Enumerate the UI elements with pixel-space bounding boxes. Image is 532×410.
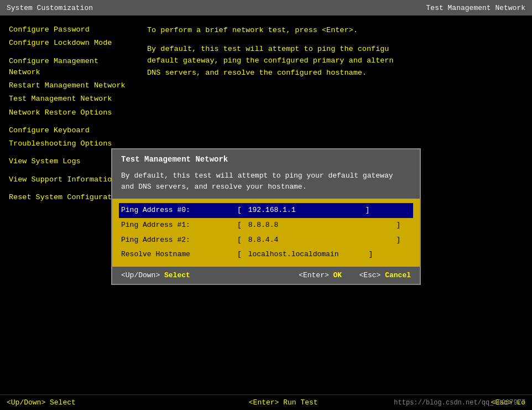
bottom-enter-key: <Enter>: [249, 398, 283, 407]
bracket-open-2: [: [237, 236, 242, 244]
field-input-hostname[interactable]: localhost.localdomain: [248, 249, 359, 261]
field-value-ping0: [ 192.168.1.1 ]: [237, 205, 411, 216]
field-value-ping1: [ 8.8.8.8 ]: [237, 220, 411, 231]
bottom-select-action: Select: [50, 398, 76, 407]
footer-right: <Enter> OK <Esc> Cancel: [299, 271, 411, 279]
field-row-hostname[interactable]: Resolve Hostname [ localhost.localdomain…: [119, 247, 413, 262]
bracket-close-1: ]: [396, 221, 400, 229]
sidebar-group-2: Configure Management Network Restart Man…: [9, 56, 129, 118]
sidebar-item-configure-lockdown[interactable]: Configure Lockdown Mode: [9, 38, 129, 49]
bottom-run-action: Run Test: [283, 398, 317, 407]
bracket-close-0: ]: [365, 206, 369, 214]
field-label-hostname: Resolve Hostname: [121, 249, 237, 261]
bracket-open-3: [: [237, 250, 242, 258]
footer-ok-action[interactable]: OK: [333, 271, 342, 279]
modal-title: Test Management Network: [112, 149, 420, 167]
bracket-close-2: ]: [396, 236, 400, 244]
field-row-ping1[interactable]: Ping Address #1: [ 8.8.8.8 ]: [119, 218, 413, 233]
sidebar-item-configure-management[interactable]: Configure Management Network: [9, 56, 129, 79]
footer-enter-key: <Enter>: [299, 271, 333, 279]
bottom-nav-key: <Up/Down>: [7, 398, 50, 407]
footer-cancel-action[interactable]: Cancel: [385, 271, 411, 279]
header-title-right: Test Management Network: [426, 4, 525, 12]
field-row-ping2[interactable]: Ping Address #2: [ 8.8.4.4 ]: [119, 233, 413, 248]
modal-footer: <Up/Down> Select <Enter> OK <Esc> Cancel: [112, 267, 420, 284]
sidebar-item-network-restore[interactable]: Network Restore Options: [9, 107, 129, 118]
footer-left: <Up/Down> Select: [121, 271, 190, 279]
field-row-ping0[interactable]: Ping Address #0: [ 192.168.1.1 ]: [119, 203, 413, 218]
modal-fields: Ping Address #0: [ 192.168.1.1 ] Ping Ad…: [112, 199, 420, 267]
field-input-ping2[interactable]: 8.8.4.4: [248, 235, 359, 246]
bracket-open-0: [: [237, 206, 242, 214]
footer-select-action: Select: [164, 271, 190, 279]
watermark: https://blog.csdn.net/qq_40907977: [394, 399, 525, 407]
sidebar-group-3: Configure Keyboard Troubleshooting Optio…: [9, 125, 129, 150]
field-label-ping0: Ping Address #0:: [121, 205, 237, 216]
bottom-left: <Up/Down> Select: [7, 398, 76, 407]
bottom-center: <Enter> Run Test: [249, 398, 318, 407]
modal-description: By default, this test will attempt to pi…: [112, 167, 420, 199]
modal-desc-line1: By default, this test will attempt to pi…: [121, 172, 393, 180]
field-input-ping0[interactable]: 192.168.1.1: [248, 205, 359, 216]
field-label-ping1: Ping Address #1:: [121, 220, 237, 231]
sidebar-item-test-management[interactable]: Test Management Network: [9, 94, 129, 105]
bracket-close-3: ]: [368, 250, 373, 258]
sidebar-item-restart-management[interactable]: Restart Management Network: [9, 80, 129, 91]
sidebar-item-configure-password[interactable]: Configure Password: [9, 24, 129, 35]
modal-desc-line2: and DNS servers, and resolve your hostna…: [121, 183, 306, 191]
field-input-ping1[interactable]: 8.8.8.8: [248, 220, 359, 231]
bracket-open-1: [: [237, 221, 242, 229]
header-bar: System Customization Test Management Net…: [0, 0, 532, 15]
right-panel-line2: By default, this test will attempt to pi…: [147, 43, 523, 79]
field-label-ping2: Ping Address #2:: [121, 235, 237, 246]
field-value-ping2: [ 8.8.4.4 ]: [237, 235, 411, 246]
footer-esc-key: <Esc>: [359, 271, 385, 279]
header-title-left: System Customization: [7, 4, 93, 12]
footer-nav-key: <Up/Down>: [121, 271, 164, 279]
right-panel-line1: To perform a brief network test, press <…: [147, 24, 523, 37]
sidebar-group-1: Configure Password Configure Lockdown Mo…: [9, 24, 129, 49]
modal-dialog: Test Management Network By default, this…: [111, 148, 421, 285]
field-value-hostname: [ localhost.localdomain ]: [237, 249, 411, 261]
sidebar-item-configure-keyboard[interactable]: Configure Keyboard: [9, 125, 129, 136]
